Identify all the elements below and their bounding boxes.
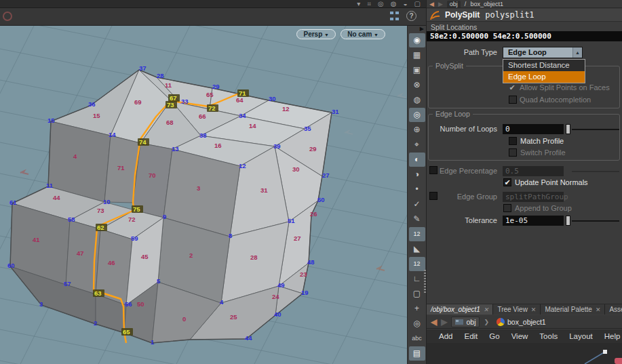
svg-text:4: 4 (220, 298, 224, 306)
close-icon[interactable]: ✕ (596, 306, 601, 313)
toolbar-icon[interactable]: ⌗ (367, 0, 371, 8)
pane-tab[interactable]: Tree View✕ (493, 304, 541, 315)
svg-text:61: 61 (9, 199, 17, 206)
svg-text:19: 19 (301, 289, 309, 296)
svg-text:28: 28 (250, 254, 258, 261)
append-to-group-checkbox[interactable] (503, 204, 511, 212)
scene-viewport[interactable]: 3728293031361514333435381339122711501061… (0, 26, 407, 364)
viewport-canvas[interactable]: 3728293031361514333435381339122711501061… (0, 26, 407, 364)
loops-slider-handle[interactable] (566, 124, 570, 134)
light-add-icon[interactable]: ⊕ (409, 123, 425, 137)
view-eye-icon[interactable]: ◉ (409, 33, 425, 47)
render-globe-icon[interactable]: ◐ (409, 153, 425, 167)
light-pin-icon[interactable]: ⌖ (409, 138, 425, 152)
quad-autocompletion-checkbox[interactable] (509, 96, 517, 104)
svg-text:13: 13 (172, 145, 179, 153)
edge-percentage-field[interactable]: 0.5 (503, 166, 564, 176)
svg-text:30: 30 (269, 95, 276, 102)
image-plane-icon[interactable]: ▤ (409, 346, 425, 361)
path-type-dropdown-menu: Shortest DistanceEdge Loop (503, 59, 585, 83)
menu-help[interactable]: Help (604, 332, 621, 340)
corner-handle-icon[interactable]: ∟ (409, 272, 425, 286)
dot-icon[interactable]: • (409, 182, 425, 197)
face-numbers-icon[interactable]: 12 (409, 257, 425, 271)
record-ring-icon[interactable] (3, 12, 12, 21)
toolbar-icon[interactable]: ▾ (357, 0, 360, 8)
path-type-dropdown[interactable]: Edge Loop ▲▼ (503, 47, 583, 58)
context-chip[interactable]: obj (447, 1, 461, 7)
edge-group-field[interactable]: splitPathGroup (503, 192, 564, 202)
layout-hierarchy-icon[interactable] (390, 12, 400, 21)
node-name-field[interactable]: polysplit1 (485, 10, 534, 20)
switch-profile-checkbox[interactable] (509, 148, 517, 157)
dropdown-option[interactable]: Edge Loop (503, 71, 585, 83)
dropdown-option[interactable]: Shortest Distance (503, 60, 585, 71)
node-chip[interactable]: box_object1 (493, 317, 549, 327)
menu-layout[interactable]: Layout (569, 332, 593, 340)
edge-percentage-slider[interactable] (572, 171, 619, 172)
select-check-icon[interactable]: ✓ (409, 197, 425, 211)
svg-text:63: 63 (94, 289, 102, 297)
network-node[interactable] (615, 358, 622, 364)
svg-text:57: 57 (64, 280, 71, 287)
svg-text:27: 27 (294, 235, 301, 242)
node-chip[interactable]: box_object1 (470, 1, 503, 7)
lock-icon[interactable]: ▣ (409, 63, 425, 77)
chevron-down-icon: ▼ (374, 33, 378, 37)
lights-off-icon[interactable]: ⊗ (409, 78, 425, 92)
close-icon[interactable]: ✕ (484, 306, 489, 313)
match-profile-checkbox[interactable] (509, 137, 517, 145)
material-sphere-icon[interactable]: ◍ (409, 93, 425, 107)
match-profile-label: Match Profile (520, 137, 564, 145)
tolerance-field[interactable]: 1e-05 (503, 216, 564, 226)
pen-icon[interactable]: ✎ (409, 212, 425, 226)
back-arrow-icon[interactable]: ◀ (429, 1, 434, 7)
split-locations-value[interactable]: 58e2:0.500000 54e2:0.500000 (427, 31, 622, 41)
face-brush-icon[interactable]: ◣ (409, 242, 425, 256)
collapse-arrow-icon[interactable]: ▶ (408, 26, 426, 33)
pane-tab[interactable]: /obj/box_object1✕ (427, 304, 493, 315)
headlight-icon[interactable]: ◎ (409, 108, 425, 122)
abc-icon[interactable]: abc (409, 331, 425, 346)
toolbar-icon[interactable]: ◒ (404, 0, 408, 8)
svg-text:12: 12 (282, 105, 290, 113)
number-of-loops-label: Number of Loops (427, 125, 497, 133)
back-arrow-icon[interactable]: ◀ (431, 317, 437, 327)
forward-arrow-icon[interactable]: ▶ (438, 1, 443, 7)
toolbar-icon[interactable]: ◍ (391, 0, 397, 8)
tolerance-slider-track[interactable] (572, 220, 619, 222)
ghost-objects-icon[interactable]: ◑ (409, 167, 425, 182)
number-of-loops-field[interactable]: 0 (503, 124, 564, 134)
menu-tools[interactable]: Tools (539, 332, 558, 340)
obj-context-chip[interactable]: obj (451, 317, 480, 327)
pane-tab[interactable]: Material Palette✕ (541, 304, 605, 315)
disc-icon[interactable]: ◎ (409, 317, 425, 331)
menu-edit[interactable]: Edit (464, 332, 478, 340)
persp-view-button[interactable]: Persp ▼ (296, 29, 336, 39)
axis-icon[interactable]: + (409, 302, 425, 316)
close-icon[interactable]: ✕ (531, 306, 537, 313)
network-editor[interactable] (427, 343, 622, 364)
camera-select-button[interactable]: No cam ▼ (341, 29, 385, 39)
svg-text:1: 1 (151, 338, 155, 346)
menu-view[interactable]: View (511, 332, 528, 340)
forward-arrow-icon[interactable]: ▶ (441, 317, 447, 327)
network-wire-dot[interactable] (603, 350, 607, 354)
svg-text:46: 46 (108, 259, 115, 266)
toolbar-icon[interactable]: ◎ (378, 0, 384, 8)
allow-split-checkbox[interactable]: ✔ (508, 83, 516, 92)
menu-add[interactable]: Add (439, 332, 452, 340)
toolbar-icon[interactable]: ▢ (414, 0, 421, 8)
update-point-normals-checkbox[interactable]: ✔ (503, 178, 511, 186)
help-icon[interactable]: ? (406, 11, 416, 21)
split-locations-label: Split Locations (431, 23, 477, 31)
marquee-select-icon[interactable]: ▢ (409, 287, 425, 301)
svg-text:45: 45 (141, 253, 149, 260)
pane-tab[interactable]: Asset Browser (605, 304, 622, 315)
menu-go[interactable]: Go (489, 332, 499, 340)
svg-text:56: 56 (125, 300, 132, 308)
loops-slider-track[interactable] (572, 129, 619, 130)
tolerance-slider-handle[interactable] (566, 216, 570, 226)
flipbook-icon[interactable]: ▦ (409, 48, 425, 62)
point-numbers-icon[interactable]: 12 (409, 227, 425, 241)
